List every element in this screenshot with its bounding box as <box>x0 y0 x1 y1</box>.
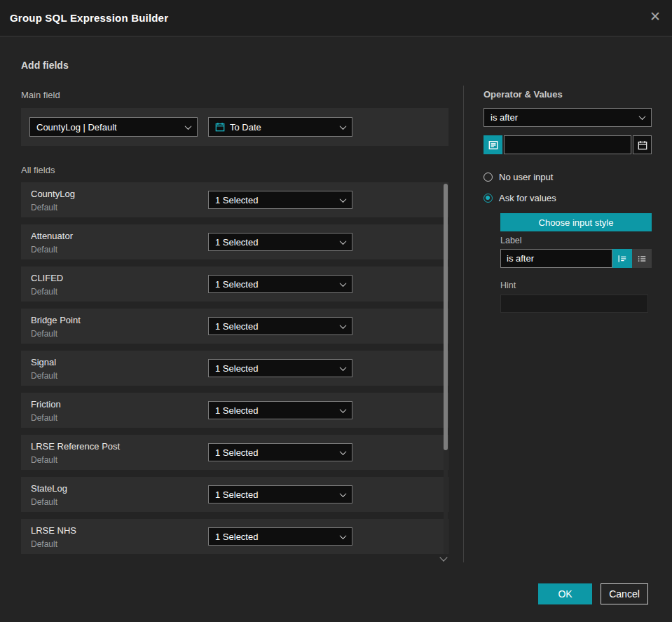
cancel-button[interactable]: Cancel <box>601 583 648 604</box>
input-style-text-button[interactable] <box>612 249 632 268</box>
all-fields-list: CountyLog Default 1 Selected Attenuator … <box>21 182 448 561</box>
field-row: CLIFED Default 1 Selected <box>21 266 448 302</box>
date-picker-button[interactable] <box>633 135 652 154</box>
add-fields-heading: Add fields <box>21 60 69 71</box>
list-lines-icon <box>488 140 498 150</box>
field-selection-select[interactable]: 1 Selected <box>208 317 352 335</box>
input-style-list-button[interactable] <box>632 249 652 268</box>
value-list-button[interactable] <box>484 135 502 154</box>
hint-field-label: Hint <box>500 280 516 290</box>
label-input[interactable] <box>500 249 612 268</box>
dialog-title: Group SQL Expression Builder <box>10 0 168 36</box>
chevron-down-icon <box>340 196 347 203</box>
field-selection-select[interactable]: 1 Selected <box>208 485 352 503</box>
dialog-header: Group SQL Expression Builder ✕ <box>0 0 672 36</box>
field-selection-value: 1 Selected <box>215 405 258 416</box>
field-selection-value: 1 Selected <box>215 447 258 458</box>
field-subtitle: Default <box>31 287 57 297</box>
chevron-down-icon <box>340 364 347 371</box>
radio-ask-for-values[interactable]: Ask for values <box>484 193 556 203</box>
field-selection-value: 1 Selected <box>215 489 258 500</box>
operator-select-value: is after <box>491 112 518 123</box>
field-row: StateLog Default 1 Selected <box>21 477 448 512</box>
value-input[interactable] <box>504 135 631 154</box>
calendar-icon <box>215 122 225 132</box>
field-selection-value: 1 Selected <box>215 237 258 248</box>
chevron-down-icon <box>340 532 347 539</box>
field-name: CountyLog <box>31 189 75 199</box>
chevron-down-icon <box>340 280 347 287</box>
scrollbar-thumb[interactable] <box>444 184 448 450</box>
field-row: Bridge Point Default 1 Selected <box>21 309 448 344</box>
radio-no-user-input[interactable]: No user input <box>484 172 553 182</box>
main-field-select-value: CountyLog | Default <box>36 122 117 133</box>
chevron-down-icon <box>340 406 347 413</box>
field-selection-value: 1 Selected <box>215 279 258 290</box>
label-field-label: Label <box>500 236 522 245</box>
field-selection-value: 1 Selected <box>215 195 258 205</box>
fields-list-scrollbar[interactable] <box>444 184 448 554</box>
field-subtitle: Default <box>31 413 57 423</box>
close-icon[interactable]: ✕ <box>650 10 661 23</box>
chevron-down-icon <box>340 123 347 130</box>
radio-selected-icon <box>484 194 493 203</box>
field-name: LRSE Reference Post <box>31 441 120 452</box>
ok-button[interactable]: OK <box>538 583 592 604</box>
field-selection-value: 1 Selected <box>215 321 258 332</box>
calendar-icon <box>638 140 647 150</box>
chevron-down-icon <box>340 490 347 497</box>
field-selection-value: 1 Selected <box>215 363 258 374</box>
all-fields-label: All fields <box>21 165 55 175</box>
field-row: LRSE NHS Default 1 Selected <box>21 519 448 554</box>
field-selection-select[interactable]: 1 Selected <box>208 401 352 419</box>
field-name: StateLog <box>31 483 67 494</box>
main-field-label: Main field <box>21 90 60 100</box>
choose-input-style-button[interactable]: Choose input style <box>500 213 652 231</box>
field-name: Attenuator <box>31 231 73 241</box>
field-selection-select[interactable]: 1 Selected <box>208 443 352 461</box>
field-subtitle: Default <box>31 497 57 507</box>
operator-values-heading: Operator & Values <box>484 89 563 100</box>
radio-ask-for-values-label: Ask for values <box>499 193 556 203</box>
chevron-down-icon <box>340 448 347 455</box>
field-row: CountyLog Default 1 Selected <box>21 182 448 217</box>
main-field-panel: CountyLog | Default To Date <box>21 108 448 146</box>
field-name: Bridge Point <box>31 315 81 325</box>
radio-circle-icon <box>484 173 493 182</box>
date-type-select[interactable]: To Date <box>208 117 352 137</box>
field-selection-value: 1 Selected <box>215 532 258 542</box>
field-name: Signal <box>31 357 56 367</box>
field-name: CLIFED <box>31 273 63 283</box>
field-subtitle: Default <box>31 455 57 465</box>
field-name: Friction <box>31 399 61 410</box>
field-selection-select[interactable]: 1 Selected <box>208 191 352 209</box>
bullet-list-icon <box>637 254 647 264</box>
date-type-select-value: To Date <box>230 122 261 133</box>
field-subtitle: Default <box>31 539 57 549</box>
field-selection-select[interactable]: 1 Selected <box>208 359 352 377</box>
field-row: Attenuator Default 1 Selected <box>21 224 448 259</box>
vertical-divider <box>463 86 464 562</box>
field-subtitle: Default <box>31 203 57 212</box>
operator-select[interactable]: is after <box>484 108 652 127</box>
align-left-icon <box>617 254 627 264</box>
field-subtitle: Default <box>31 245 57 255</box>
main-field-select[interactable]: CountyLog | Default <box>29 117 198 137</box>
field-subtitle: Default <box>31 329 57 339</box>
field-selection-select[interactable]: 1 Selected <box>208 233 352 251</box>
field-selection-select[interactable]: 1 Selected <box>208 275 352 293</box>
chevron-down-icon <box>185 123 192 130</box>
field-row: Signal Default 1 Selected <box>21 351 448 386</box>
field-row: LRSE Reference Post Default 1 Selected <box>21 435 448 470</box>
hint-input[interactable] <box>500 295 648 313</box>
chevron-down-icon <box>340 238 347 245</box>
chevron-down-icon <box>340 322 347 329</box>
radio-no-user-input-label: No user input <box>499 172 553 182</box>
field-name: LRSE NHS <box>31 525 76 536</box>
chevron-down-icon <box>639 113 646 120</box>
field-selection-select[interactable]: 1 Selected <box>208 527 352 546</box>
field-row: Friction Default 1 Selected <box>21 393 448 428</box>
field-subtitle: Default <box>31 371 57 381</box>
